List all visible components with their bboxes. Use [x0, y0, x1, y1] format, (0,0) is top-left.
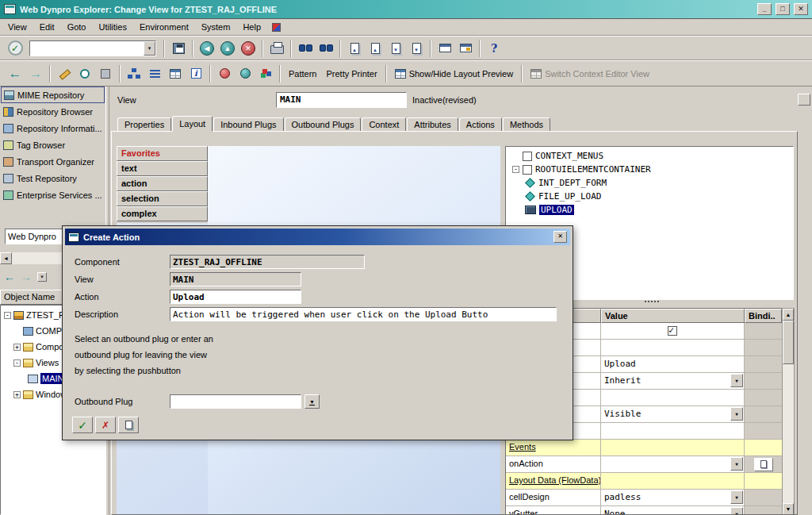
expand-icon[interactable]: + [13, 344, 21, 351]
view-field[interactable]: MAIN [170, 272, 301, 286]
sidebar-item-enterprise-services[interactable]: Enterprise Services ... [1, 186, 105, 203]
display-change-button[interactable] [55, 64, 74, 83]
sidebar-item-transport-organizer[interactable]: Transport Organizer [1, 153, 105, 170]
scroll-left-icon[interactable]: ◄ [0, 252, 12, 264]
dropdown-icon[interactable]: ▼ [730, 457, 743, 471]
tab-attributes[interactable]: Attributes [407, 117, 458, 132]
component-field[interactable]: ZTEST_RAJ_OFFLINE [170, 255, 365, 269]
table-view-button[interactable] [166, 64, 185, 83]
palette-category-action[interactable]: action [117, 176, 208, 191]
switch-context-editor-button[interactable]: Switch Context Editor View [526, 67, 654, 81]
property-value-cell[interactable] [601, 423, 745, 439]
menu-environment[interactable]: Environment [133, 20, 195, 34]
history-back-icon[interactable]: ← [4, 271, 15, 282]
history-dropdown-icon[interactable]: ▼ [37, 272, 47, 282]
property-value-cell[interactable]: Inherit▼ [601, 373, 745, 389]
property-value-cell[interactable]: ▼ [601, 456, 745, 472]
menu-system[interactable]: System [195, 20, 237, 34]
collapse-icon[interactable]: - [512, 166, 519, 173]
palette-category-favorites[interactable]: Favorites [117, 146, 208, 161]
sidebar-item-test-repository[interactable]: Test Repository [1, 170, 105, 186]
copy-button[interactable] [118, 417, 139, 433]
nav-forward-button[interactable]: → [26, 64, 45, 83]
checkbox-unchecked[interactable] [523, 165, 532, 175]
back-button[interactable]: ◀ [197, 39, 216, 58]
dialog-close-button[interactable]: ✕ [553, 231, 567, 243]
collapse-icon[interactable]: - [4, 312, 11, 319]
menu-help[interactable]: Help [236, 20, 267, 34]
dialog-title-bar[interactable]: Create Action ✕ [65, 229, 570, 245]
binding-cell[interactable] [745, 406, 782, 422]
property-value-cell[interactable] [601, 323, 745, 339]
checkbox-checked[interactable] [668, 326, 677, 336]
tab-properties[interactable]: Properties [117, 117, 171, 132]
close-button[interactable]: ✕ [794, 3, 808, 15]
action-field[interactable]: Upload [170, 290, 301, 304]
other-object-button[interactable] [96, 64, 115, 83]
binding-cell[interactable] [745, 390, 782, 405]
confirm-button[interactable]: ✓ [72, 417, 93, 433]
save-button[interactable] [169, 39, 188, 58]
tab-context[interactable]: Context [362, 117, 406, 132]
tab-actions[interactable]: Actions [459, 117, 502, 132]
create-action-button[interactable] [754, 458, 773, 471]
exit-button[interactable]: ▲ [218, 39, 237, 58]
dropdown-icon[interactable]: ▼ [730, 507, 743, 515]
binding-cell[interactable] [745, 323, 782, 339]
print-button[interactable] [267, 39, 286, 58]
previous-page-button[interactable]: ▲ [366, 39, 385, 58]
outbound-plug-field[interactable] [170, 394, 301, 409]
layout-preview-toggle-button[interactable]: Show/Hide Layout Preview [390, 67, 518, 81]
new-session-button[interactable] [435, 39, 454, 58]
tab-layout[interactable]: Layout [172, 116, 213, 132]
restore-button[interactable]: □ [776, 3, 790, 15]
scrollbar-thumb[interactable] [783, 321, 794, 364]
binding-cell[interactable] [745, 340, 782, 356]
splitter-handle[interactable] [645, 301, 646, 302]
palette-category-complex[interactable]: complex [117, 206, 208, 221]
layout-data-section-link[interactable]: Layout Data (FlowData) [506, 473, 601, 489]
binding-cell[interactable] [745, 506, 782, 515]
binding-cell[interactable] [745, 373, 782, 389]
menu-utilities[interactable]: Utilities [92, 20, 132, 34]
palette-category-text[interactable]: text [117, 161, 208, 176]
scroll-up-icon[interactable]: ▲ [783, 309, 794, 321]
view-name-field[interactable]: MAIN [276, 92, 407, 108]
tab-outbound-plugs[interactable]: Outbound Plugs [285, 117, 362, 132]
cancel-button[interactable]: ✕ [239, 39, 258, 58]
find-button[interactable] [296, 39, 315, 58]
where-used-button[interactable] [215, 64, 234, 83]
description-field[interactable]: Action will be triggered when user click… [170, 307, 557, 321]
binding-cell[interactable] [745, 423, 782, 439]
command-field[interactable]: ▼ [29, 40, 156, 56]
sidebar-item-repository-information[interactable]: Repository Informati... [1, 120, 105, 136]
property-value-cell[interactable]: padless▼ [601, 490, 745, 505]
first-page-button[interactable]: ▲ [345, 39, 364, 58]
scroll-down-icon[interactable]: ▼ [783, 503, 794, 515]
activate-button[interactable] [236, 64, 255, 83]
menu-view[interactable]: View [2, 20, 33, 34]
property-value-cell[interactable]: Upload [601, 356, 745, 372]
history-forward-icon[interactable]: → [21, 271, 32, 282]
dropdown-icon[interactable]: ▼ [730, 407, 743, 421]
sidebar-item-tag-browser[interactable]: Tag Browser [1, 136, 105, 153]
panel-corner-button[interactable] [798, 94, 810, 106]
binding-cell[interactable] [745, 490, 782, 505]
binding-cell[interactable] [745, 356, 782, 372]
shortcut-button[interactable] [456, 39, 475, 58]
command-dropdown-icon[interactable]: ▼ [144, 41, 155, 56]
palette-button[interactable] [256, 64, 275, 83]
nav-back-button[interactable]: ← [6, 64, 25, 83]
tab-methods[interactable]: Methods [503, 117, 550, 132]
ui-tree-node-file-up-load[interactable]: FILE_UP_LOAD [506, 190, 793, 203]
value-help-icon[interactable]: ▼ [304, 394, 320, 409]
menu-edit[interactable]: Edit [33, 20, 61, 34]
palette-category-selection[interactable]: selection [117, 191, 208, 206]
binding-cell[interactable] [745, 456, 782, 472]
checkbox-unchecked[interactable] [523, 152, 532, 161]
pretty-printer-button[interactable]: Pretty Printer [321, 67, 381, 81]
help-button[interactable]: ? [485, 39, 504, 58]
dropdown-icon[interactable]: ▼ [730, 374, 743, 387]
ui-tree-node-upload[interactable]: UPLOAD [506, 203, 793, 217]
property-value-cell[interactable] [601, 340, 745, 356]
